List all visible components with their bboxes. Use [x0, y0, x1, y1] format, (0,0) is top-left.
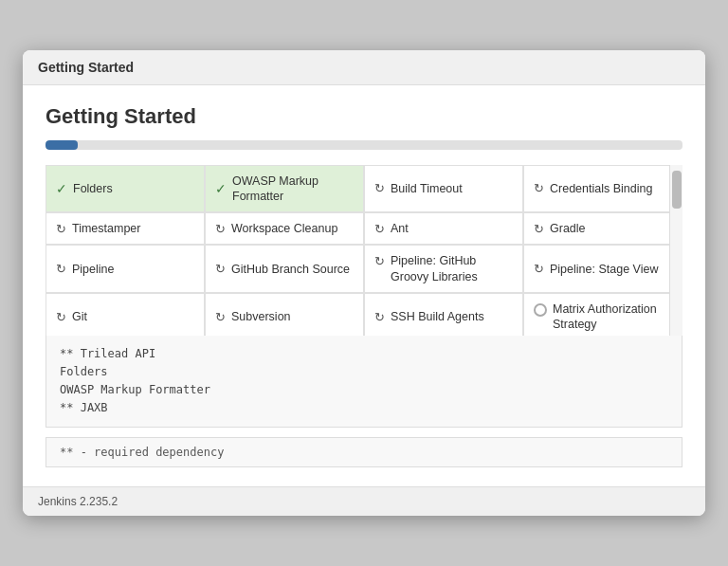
- plugin-cell[interactable]: ↻ Pipeline: GitHub Groovy Libraries: [364, 245, 523, 293]
- sync-icon: ↻: [374, 254, 385, 268]
- plugin-name: Matrix Authorization Strategy: [553, 301, 672, 333]
- version-text: Jenkins 2.235.2: [38, 495, 118, 508]
- sync-icon: ↻: [534, 262, 544, 276]
- info-line: OWASP Markup Formatter: [60, 381, 668, 399]
- plugins-grid: ✓ Folders ✓ OWASP Markup Formatter ↻ Bui…: [46, 165, 682, 336]
- info-line: ** Trilead API: [60, 345, 668, 363]
- sync-icon: ↻: [374, 222, 385, 236]
- plugin-name: GitHub Branch Source: [231, 262, 350, 277]
- sync-icon: ↻: [215, 310, 226, 324]
- info-box: ** Trilead API Folders OWASP Markup Form…: [46, 336, 682, 429]
- page-title: Getting Started: [46, 104, 682, 129]
- plugin-cell[interactable]: ↻ Subversion: [205, 293, 364, 336]
- plugin-name: Build Timeout: [391, 181, 463, 196]
- plugin-cell[interactable]: ↻ Git: [46, 293, 205, 336]
- plugin-cell[interactable]: ↻ SSH Build Agents: [364, 293, 523, 336]
- scrollbar-thumb: [672, 171, 682, 209]
- footer-note: ** - required dependency: [46, 437, 682, 467]
- info-line: ** JAXB: [60, 399, 668, 417]
- plugin-cell[interactable]: ↻ Ant: [364, 212, 523, 245]
- plugin-cell[interactable]: ↻ Credentials Binding: [523, 165, 682, 213]
- sync-icon: ↻: [374, 181, 385, 195]
- window-title: Getting Started: [38, 60, 134, 75]
- sync-icon: ↻: [56, 262, 66, 276]
- title-bar: Getting Started: [23, 50, 705, 85]
- content-area: Getting Started ✓ Folders ✓ OWASP Markup…: [23, 85, 705, 487]
- plugin-cell[interactable]: ↻ Timestamper: [46, 212, 205, 245]
- plugin-name: Pipeline: [72, 262, 114, 277]
- plugin-name: Folders: [73, 181, 113, 196]
- plugin-name: Credentials Binding: [550, 181, 652, 196]
- plugin-name: Pipeline: Stage View: [550, 262, 658, 277]
- sync-icon: ↻: [534, 222, 544, 236]
- plugin-cell[interactable]: ✓ Folders: [46, 165, 205, 213]
- plugin-name: OWASP Markup Formatter: [232, 173, 354, 205]
- plugin-name: Ant: [391, 221, 409, 236]
- main-window: Getting Started Getting Started ✓ Folder…: [23, 50, 705, 517]
- plugin-cell[interactable]: ↻ Workspace Cleanup: [205, 212, 364, 245]
- progress-bar-fill: [46, 140, 78, 150]
- check-icon: ✓: [56, 181, 67, 196]
- scrollbar[interactable]: [669, 165, 682, 336]
- plugin-name: Git: [72, 309, 87, 324]
- sync-icon: ↻: [56, 310, 66, 324]
- circle-icon: [534, 303, 547, 317]
- plugin-name: Gradle: [550, 221, 586, 236]
- plugins-section: ✓ Folders ✓ OWASP Markup Formatter ↻ Bui…: [46, 165, 682, 336]
- plugin-name: Pipeline: GitHub Groovy Libraries: [391, 253, 513, 284]
- plugin-name: Workspace Cleanup: [231, 221, 337, 236]
- plugin-name: Subversion: [231, 309, 291, 324]
- sync-icon: ↻: [374, 310, 385, 324]
- plugin-cell[interactable]: ↻ Gradle: [523, 212, 682, 245]
- plugin-cell[interactable]: ↻ Pipeline: Stage View: [523, 245, 682, 293]
- plugin-cell[interactable]: Matrix Authorization Strategy: [523, 293, 682, 336]
- version-bar: Jenkins 2.235.2: [23, 486, 705, 516]
- plugin-cell[interactable]: ✓ OWASP Markup Formatter: [205, 165, 364, 213]
- info-line: Folders: [60, 363, 668, 381]
- plugin-cell[interactable]: ↻ Pipeline: [46, 245, 205, 293]
- sync-icon: ↻: [534, 181, 544, 195]
- sync-icon: ↻: [215, 222, 226, 236]
- sync-icon: ↻: [56, 222, 66, 236]
- progress-bar-container: [46, 140, 682, 150]
- plugin-name: SSH Build Agents: [391, 309, 484, 324]
- plugin-name: Timestamper: [72, 221, 140, 236]
- check-icon: ✓: [215, 181, 227, 196]
- plugin-cell[interactable]: ↻ Build Timeout: [364, 165, 523, 213]
- sync-icon: ↻: [215, 262, 226, 276]
- plugin-cell[interactable]: ↻ GitHub Branch Source: [205, 245, 364, 293]
